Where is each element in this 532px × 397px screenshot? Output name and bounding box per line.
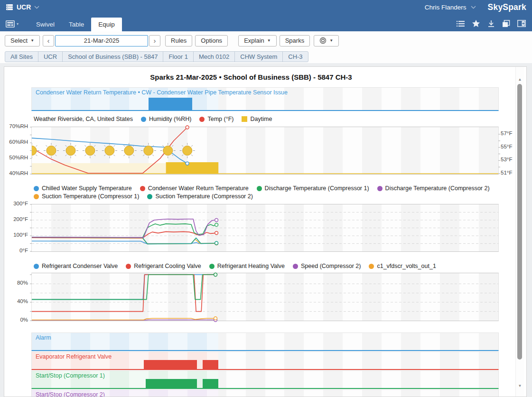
caret-down-icon: ▼ bbox=[30, 39, 34, 43]
chevron-down-icon bbox=[34, 6, 39, 9]
plot-area bbox=[31, 273, 499, 321]
explain-label: Explain bbox=[244, 37, 264, 44]
state-block bbox=[144, 360, 197, 369]
skyspark-app: UCR Chris Flanders SkySpark ▾ SwivelTabl… bbox=[0, 0, 532, 397]
axis-tick-label: 0°F bbox=[4, 248, 28, 253]
target-icon bbox=[319, 37, 327, 44]
select-button[interactable]: Select▼ bbox=[5, 35, 40, 46]
legend-item: c1_vfdscr_volts_out_1 bbox=[369, 263, 436, 269]
axis-tick-label: 53°F bbox=[501, 157, 515, 162]
legend-dot-red bbox=[140, 186, 145, 191]
user-name: Chris Flanders bbox=[425, 4, 467, 11]
legend-item: Refrigerant Cooling Valve bbox=[126, 263, 201, 269]
date-input[interactable] bbox=[55, 35, 148, 46]
breadcrumb-item[interactable]: CH-3 bbox=[282, 51, 308, 62]
new-panel-icon[interactable] bbox=[517, 20, 526, 27]
topbar: UCR Chris Flanders SkySpark bbox=[0, 0, 532, 14]
legend-dot-green bbox=[209, 264, 215, 269]
content-card: Sparks 21-Mar-2025 • School of Business … bbox=[4, 66, 527, 397]
prev-date-button[interactable]: ‹ bbox=[43, 35, 54, 46]
timeline-strip-alarm: Alarm bbox=[31, 332, 499, 351]
legend-label: Refrigerant Heating Valve bbox=[217, 263, 285, 269]
plot-area bbox=[31, 204, 499, 252]
skyspark-logo: SkySpark bbox=[488, 2, 526, 12]
legend-item: Daytime bbox=[242, 116, 272, 122]
axis-tick-label: 40% bbox=[4, 298, 28, 304]
breadcrumb-item[interactable]: All Sites bbox=[5, 51, 38, 62]
tabbar: ▾ SwivelTableEquip bbox=[0, 14, 532, 31]
tab-equip[interactable]: Equip bbox=[91, 18, 122, 31]
legend-label: Temp (°F) bbox=[207, 116, 233, 122]
legend-dot-orange bbox=[34, 194, 39, 199]
download-icon[interactable] bbox=[487, 20, 495, 28]
axis-tick-label: 55°F bbox=[501, 144, 515, 149]
chevron-left-icon: ‹ bbox=[47, 37, 50, 45]
legend-label: Chilled Water Supply Temperature bbox=[42, 185, 132, 192]
chevron-down-icon bbox=[471, 6, 476, 9]
legend-item: Discharge Temperature (Compressor 2) bbox=[377, 185, 490, 192]
legend-item: Chilled Water Supply Temperature bbox=[34, 185, 132, 192]
strip-label: Condenser Water Return Temperature • CW … bbox=[36, 89, 288, 96]
scrollbar-thumb[interactable] bbox=[517, 84, 522, 360]
legend-dot-red bbox=[126, 264, 131, 269]
plot-area bbox=[31, 127, 499, 175]
duplicate-icon[interactable] bbox=[502, 20, 510, 28]
breadcrumb-item[interactable]: UCR bbox=[38, 51, 63, 62]
options-label: Options bbox=[201, 37, 222, 44]
tab-table[interactable]: Table bbox=[62, 18, 91, 31]
scroll-down-arrow[interactable]: ▼ bbox=[516, 384, 524, 388]
target-menu-button[interactable]: ▼ bbox=[314, 35, 339, 46]
favorite-star-icon[interactable] bbox=[472, 19, 480, 28]
project-menu[interactable]: UCR bbox=[6, 3, 39, 11]
legend-label: Refrigerant Condenser Valve bbox=[42, 263, 118, 269]
sparks-button[interactable]: Sparks bbox=[280, 35, 310, 46]
legend-dot-blue bbox=[34, 264, 39, 269]
select-label: Select bbox=[10, 37, 28, 44]
chart-legend: Weather Riverside, CA, United StatesHumi… bbox=[34, 116, 272, 122]
chart-legend: Refrigerant Condenser ValveRefrigerant C… bbox=[34, 263, 436, 269]
axis-tick-label: 51°F bbox=[501, 170, 515, 175]
legend-item: Humidity (%RH) bbox=[141, 116, 192, 122]
legend-dot-green bbox=[257, 186, 262, 191]
tab-swivel[interactable]: Swivel bbox=[29, 18, 62, 31]
legend-item: Suction Temperature (Compressor 1) bbox=[34, 193, 139, 200]
legend-label: Refrigerant Cooling Valve bbox=[134, 263, 201, 269]
timeline-strip-ss2: Start/Stop (Compressor 2) bbox=[31, 389, 499, 397]
axis-tick-label: 0% bbox=[4, 317, 28, 323]
chart-legend: Chilled Water Supply TemperatureCondense… bbox=[34, 185, 490, 192]
rules-label: Rules bbox=[171, 37, 187, 44]
legend-label: Discharge Temperature (Compressor 2) bbox=[385, 185, 490, 192]
state-block bbox=[149, 98, 192, 110]
vertical-scrollbar[interactable]: ▲ ▼ bbox=[515, 67, 524, 397]
breadcrumb-item[interactable]: Mech 0102 bbox=[193, 51, 235, 62]
axis-tick-label: 200°F bbox=[4, 216, 28, 222]
past-region bbox=[32, 333, 218, 350]
list-view-icon[interactable] bbox=[457, 20, 465, 27]
rules-button[interactable]: Rules bbox=[165, 35, 192, 46]
axis-tick-label: 300°F bbox=[4, 201, 28, 206]
explain-button[interactable]: Explain▼ bbox=[238, 35, 277, 46]
chart-legend: Suction Temperature (Compressor 1)Suctio… bbox=[34, 193, 253, 200]
next-date-button[interactable]: › bbox=[149, 35, 160, 46]
sun-icons bbox=[24, 143, 195, 158]
legend-label: Suction Temperature (Compressor 1) bbox=[42, 193, 139, 200]
scroll-up-arrow[interactable]: ▲ bbox=[516, 77, 524, 82]
project-name: UCR bbox=[17, 3, 31, 11]
legend-item: Discharge Temperature (Compressor 1) bbox=[257, 185, 369, 192]
axis-tick-label: 57°F bbox=[501, 130, 515, 136]
legend-dot-purple bbox=[293, 264, 298, 269]
legend-item: Suction Temperature (Compressor 2) bbox=[147, 193, 252, 200]
user-menu[interactable]: Chris Flanders bbox=[425, 4, 467, 11]
legend-dot-teal bbox=[147, 194, 152, 199]
breadcrumb-item[interactable]: CHW System bbox=[234, 51, 283, 62]
breadcrumb-item[interactable]: Floor 1 bbox=[163, 51, 193, 62]
view-picker-button[interactable]: ▾ bbox=[6, 20, 19, 28]
legend-label: Discharge Temperature (Compressor 1) bbox=[265, 185, 369, 192]
legend-title: Weather Riverside, CA, United States bbox=[34, 116, 133, 122]
breadcrumb: All SitesUCRSchool of Business (SBB) - 5… bbox=[0, 50, 532, 63]
timeline-strip-ss1: Start/Stop (Compressor 1) bbox=[31, 370, 499, 389]
legend-item: Temp (°F) bbox=[199, 116, 233, 122]
axis-tick-label: 70%RH bbox=[4, 123, 28, 129]
breadcrumb-item[interactable]: School of Business (SBB) - 5847 bbox=[62, 51, 163, 62]
options-button[interactable]: Options bbox=[195, 35, 228, 46]
